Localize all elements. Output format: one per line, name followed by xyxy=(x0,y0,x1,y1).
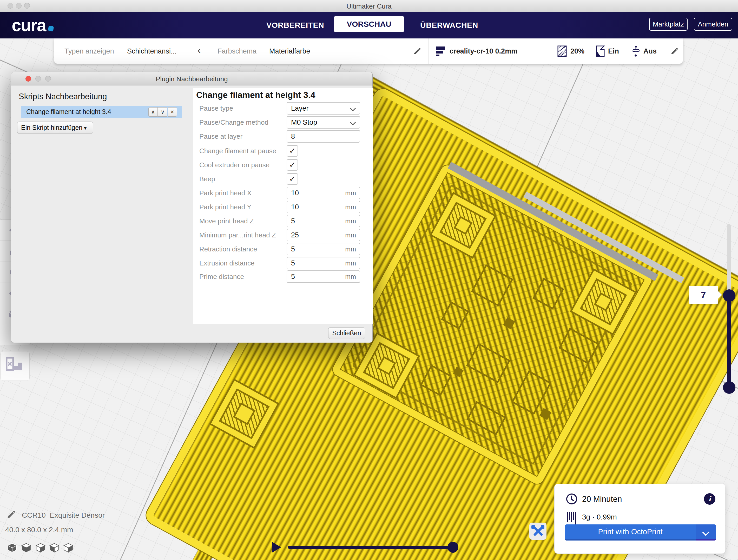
beep-checkbox[interactable]: ✓ xyxy=(287,173,298,185)
pause-type-dropdown[interactable]: Layer xyxy=(287,102,360,114)
dialog-titlebar: Plugin Nachbearbeitung xyxy=(11,72,372,85)
extrusion-distance-input[interactable]: 5mm xyxy=(287,257,360,269)
view-right-icon[interactable] xyxy=(63,542,74,553)
chevron-down-icon xyxy=(350,105,356,111)
prime-distance-input[interactable]: 5mm xyxy=(287,270,360,283)
script-settings-panel: Change filament at height 3.4 Pause type… xyxy=(193,88,373,324)
adhesion-icon xyxy=(631,45,641,57)
printer-profile-icon xyxy=(435,45,446,57)
rename-pencil-icon[interactable] xyxy=(7,510,16,519)
field-label: Change filament at pause xyxy=(199,147,285,155)
logo-dot-icon xyxy=(48,26,54,32)
filament-icon xyxy=(567,511,579,525)
chevron-down-icon xyxy=(702,529,709,536)
model-name: CCR10_Exquisite Densor xyxy=(22,511,105,520)
material-usage: 3g · 0.99m xyxy=(582,513,617,521)
tab-vorbereiten[interactable]: VORBEREITEN xyxy=(266,19,317,31)
infill-icon xyxy=(558,45,567,57)
support-blocker-icon xyxy=(1,356,29,376)
add-script-dropdown-button[interactable]: Ein Skript hinzufügen▾ xyxy=(17,121,93,134)
field-label: Pause at layer xyxy=(199,132,285,140)
layer-slider-handle-bottom[interactable] xyxy=(723,381,735,394)
close-dialog-button[interactable]: Schließen xyxy=(328,327,365,339)
view-top-icon[interactable] xyxy=(35,542,46,553)
move-head-z-input[interactable]: 5mm xyxy=(287,215,360,227)
script-name: Change filament at height 3.4 xyxy=(26,108,111,116)
tab-vorschau[interactable]: VORSCHAU xyxy=(334,16,404,32)
field-label: Retraction distance xyxy=(199,245,285,253)
park-head-y-input[interactable]: 10mm xyxy=(287,201,360,213)
view-type-label: Typen anzeigen xyxy=(64,47,114,55)
view-3d-icon[interactable] xyxy=(7,542,18,553)
preview-toolbar: Typen anzeigen Schichtenansi... ‹ Farbsc… xyxy=(54,38,683,64)
window-title: Ultimaker Cura xyxy=(0,2,738,10)
layer-indicator-value: 7 xyxy=(701,290,706,300)
print-time: 20 Minuten xyxy=(582,495,622,504)
field-label: Pause/Change method xyxy=(199,118,285,126)
dialog-footer: Schließen xyxy=(11,324,372,343)
remove-script-button[interactable]: × xyxy=(167,107,177,117)
signin-button[interactable]: Anmelden xyxy=(694,18,732,31)
info-icon[interactable]: i xyxy=(704,493,715,505)
print-with-octoprint-button[interactable]: Print with OctoPrint xyxy=(565,524,716,541)
color-scheme-value[interactable]: Materialfarbe xyxy=(269,47,310,55)
app-header: cura VORBEREITEN VORSCHAU ÜBERWACHEN Mar… xyxy=(0,12,738,38)
field-label: Beep xyxy=(199,175,285,183)
move-script-up-button[interactable]: ∧ xyxy=(148,107,158,117)
field-label: Park print head X xyxy=(199,189,285,197)
cool-extruder-checkbox[interactable]: ✓ xyxy=(287,159,298,171)
scripts-heading: Skripts Nachbearbeitung xyxy=(19,92,107,101)
printer-edit-pencil-icon[interactable] xyxy=(670,47,679,55)
move-script-down-button[interactable]: ∨ xyxy=(158,107,167,117)
field-label: Minimum par...rint head Z xyxy=(199,231,285,239)
print-job-panel: 20 Minuten i 3g · 0.99m Print with OctoP… xyxy=(554,484,726,554)
layer-indicator-tooltip: 7 xyxy=(689,286,718,304)
script-settings-heading: Change filament at height 3.4 xyxy=(196,90,315,100)
timeline-slider-handle[interactable] xyxy=(447,542,458,553)
marketplace-button[interactable]: Marktplatz xyxy=(649,18,688,31)
play-icon[interactable] xyxy=(272,542,281,553)
clock-icon xyxy=(566,493,578,505)
infill-value[interactable]: 20% xyxy=(571,47,585,55)
view-left-icon[interactable] xyxy=(49,542,60,553)
edit-pencil-icon[interactable] xyxy=(413,47,421,55)
timeline-slider-track[interactable] xyxy=(288,546,456,549)
print-button-dropdown[interactable] xyxy=(696,524,716,541)
printer-profile-value[interactable]: creality-cr-10 0.2mm xyxy=(449,47,517,55)
collapse-chevron-icon[interactable]: ‹ xyxy=(198,44,201,56)
layer-slider-handle-top[interactable] xyxy=(723,290,735,302)
park-head-x-input[interactable]: 10mm xyxy=(287,187,360,199)
layer-slider-range[interactable] xyxy=(727,296,731,388)
cura-logo: cura xyxy=(12,15,53,35)
print-button-label[interactable]: Print with OctoPrint xyxy=(565,524,696,541)
support-icon xyxy=(595,45,606,57)
support-value[interactable]: Ein xyxy=(608,47,619,55)
post-processing-dialog: Plugin Nachbearbeitung Skripts Nachbearb… xyxy=(11,72,373,343)
macos-titlebar: Ultimaker Cura xyxy=(0,0,738,12)
machine-tools-button[interactable] xyxy=(529,523,546,540)
field-label: Extrusion distance xyxy=(199,259,285,267)
color-scheme-label: Farbschema xyxy=(218,47,257,55)
qr-code-module xyxy=(331,163,654,486)
tool-support-blocker-button[interactable] xyxy=(1,351,30,381)
tab-ueberwachen[interactable]: ÜBERWACHEN xyxy=(420,19,473,31)
qr-finder-extra xyxy=(209,379,279,449)
dropdown-arrow-icon: ▾ xyxy=(84,125,86,131)
field-label: Park print head Y xyxy=(199,203,285,211)
field-label: Move print head Z xyxy=(199,217,285,225)
view-type-value[interactable]: Schichtenansi... xyxy=(127,47,177,55)
field-label: Prime distance xyxy=(199,273,285,281)
chevron-down-icon xyxy=(350,119,356,125)
field-label: Pause type xyxy=(199,104,285,112)
model-dimensions: 40.0 x 80.0 x 2.4 mm xyxy=(5,526,73,534)
change-filament-checkbox[interactable]: ✓ xyxy=(287,145,298,157)
field-label: Cool extruder on pause xyxy=(199,161,285,169)
pause-method-dropdown[interactable]: M0 Stop xyxy=(287,116,360,128)
minimum-park-head-z-input[interactable]: 25mm xyxy=(287,229,360,241)
view-front-icon[interactable] xyxy=(21,542,32,553)
retraction-distance-input[interactable]: 5mm xyxy=(287,243,360,255)
dialog-title: Plugin Nachbearbeitung xyxy=(11,75,372,83)
pause-at-layer-input[interactable]: 8 xyxy=(287,130,360,143)
adhesion-value[interactable]: Aus xyxy=(643,47,657,55)
